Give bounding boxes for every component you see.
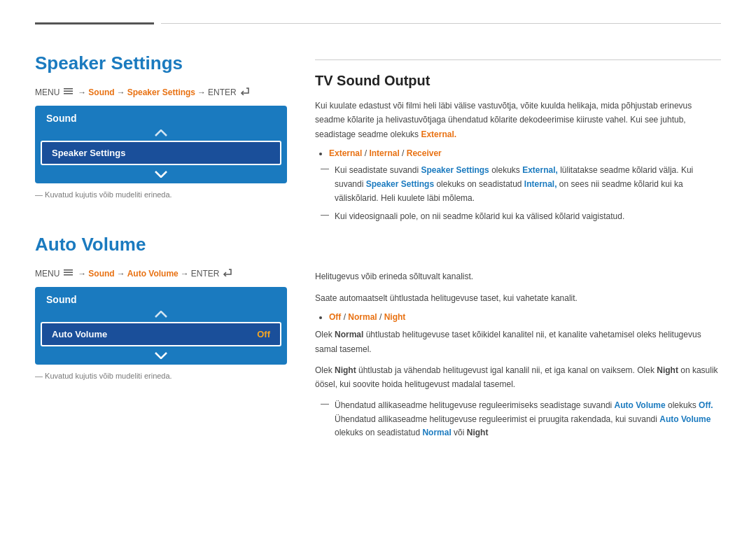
tv-sound-body1-highlight: External.: [421, 129, 456, 139]
auto-vol-para2: Olek Night ühtlustab ja vähendab helitug…: [315, 363, 721, 392]
auto-volume-title: Auto Volume: [35, 234, 287, 255]
bullet-receiver: Receiver: [407, 148, 442, 158]
bullet-night: Night: [384, 312, 406, 322]
tv-sound-note1: — Kui seadistate suvandi Speaker Setting…: [315, 164, 721, 205]
left-column: Speaker Settings MENU → Sound → Speaker …: [35, 52, 287, 534]
note-dash1-line: —: [321, 164, 329, 205]
auto-vol-bold5: Night: [467, 428, 489, 437]
note-dash2-text: Kui videosignaali pole, on nii seadme kõ…: [335, 210, 624, 224]
panel1-item-label: Speaker Settings: [52, 148, 126, 158]
menu-icon-speaker: [64, 87, 74, 97]
bullet-sep2: /: [402, 148, 407, 158]
svg-rect-2: [64, 93, 73, 94]
auto-volume-right-section: Helitugevus võib erineda sõltuvalt kanal…: [315, 269, 721, 440]
panel1-header: Sound: [35, 106, 287, 128]
enter-icon2: [223, 268, 232, 279]
auto-vol-para1: Olek Normal ühtlustab helitugevuse taset…: [315, 328, 721, 356]
tv-sound-body1: Kui kuulate edastust või filmi heli läbi…: [315, 99, 721, 141]
section-spacer1: [35, 199, 287, 234]
auto-volume-note: — Kuvatud kujutis võib mudeliti erineda.: [35, 372, 287, 380]
enter-icon1: [240, 87, 250, 97]
speaker-settings-note: — Kuvatud kujutis võib mudeliti erineda.: [35, 190, 287, 199]
note1-bold4: Internal,: [524, 179, 557, 189]
auto-vol-note-text: Ühendatud allikaseadme helitugevuse regu…: [335, 399, 721, 440]
arrow-sep6: →: [181, 269, 189, 279]
panel2-item-value: Off: [257, 329, 270, 339]
para2-night1: Night: [335, 365, 356, 375]
panel2-item[interactable]: Auto Volume Off: [41, 322, 281, 346]
svg-rect-4: [64, 272, 73, 273]
menu-icon-auto: [64, 269, 74, 279]
note1-bold1: Speaker Settings: [421, 165, 489, 175]
auto-vol-note-dash: —: [321, 399, 329, 440]
breadcrumb-enter2: ENTER: [191, 269, 220, 279]
speaker-settings-breadcrumb: MENU → Sound → Speaker Settings → ENTER: [35, 87, 287, 97]
bullet-external: External: [329, 148, 362, 158]
bullet-off: Off: [329, 312, 341, 322]
note-dash2-line: —: [321, 210, 329, 224]
arrow-sep1: →: [78, 87, 86, 97]
arrow-sep4: →: [78, 269, 86, 279]
auto-vol-body2: Saate automaatselt ühtlustada helitugevu…: [315, 291, 721, 305]
auto-vol-body1: Helitugevus võib erineda sõltuvalt kanal…: [315, 269, 721, 283]
tv-sound-bullet-list: External / Internal / Receiver: [329, 148, 721, 158]
speaker-settings-title: Speaker Settings: [35, 52, 287, 74]
breadcrumb-speaker-settings: Speaker Settings: [127, 87, 195, 97]
bullet-item-external-internal: External / Internal / Receiver: [329, 148, 721, 158]
auto-volume-panel: Sound Auto Volume Off: [35, 287, 287, 365]
menu-label2: MENU: [35, 269, 59, 279]
tv-sound-output-section: TV Sound Output Kui kuulate edastust või…: [315, 73, 721, 223]
bullet-item-off-normal: Off / Normal / Night: [329, 312, 721, 322]
note1-bold2: External,: [522, 165, 558, 175]
para2-night2: Night: [657, 365, 678, 375]
panel1-arrow-up: [35, 128, 287, 138]
auto-volume-section: Auto Volume MENU → Sound → Auto Volume →…: [35, 234, 287, 380]
auto-vol-bold4: Normal: [422, 428, 451, 437]
auto-volume-breadcrumb: MENU → Sound → Auto Volume → ENTER: [35, 268, 287, 279]
menu-label: MENU: [35, 87, 59, 97]
bullet-normal: Normal: [348, 312, 377, 322]
breadcrumb-enter1: ENTER: [208, 87, 237, 97]
auto-vol-note: — Ühendatud allikaseadme helitugevuse re…: [315, 399, 721, 440]
para1-normal: Normal: [335, 330, 363, 339]
panel2-header: Sound: [35, 287, 287, 309]
breadcrumb-auto-volume: Auto Volume: [127, 269, 178, 279]
panel2-arrow-up: [35, 309, 287, 319]
panel2-arrow-down: [35, 349, 287, 365]
auto-vol-bold1: Auto Volume: [615, 400, 666, 410]
svg-rect-5: [64, 274, 73, 276]
svg-rect-0: [64, 88, 73, 90]
tv-sound-body1-text: Kui kuulate edastust või filmi heli läbi…: [315, 101, 692, 139]
bullet-internal: Internal: [369, 148, 399, 158]
note1-bold3: Speaker Settings: [366, 179, 434, 189]
panel2-item-label: Auto Volume: [52, 329, 107, 339]
right-top-divider: [315, 59, 721, 60]
svg-rect-3: [64, 269, 73, 271]
speaker-settings-panel: Sound Speaker Settings: [35, 106, 287, 183]
header-line-left: [35, 22, 154, 24]
auto-vol-bold3: Auto Volume: [659, 414, 710, 424]
header-line-right: [161, 23, 721, 24]
speaker-settings-section: Speaker Settings MENU → Sound → Speaker …: [35, 52, 287, 199]
panel1-item[interactable]: Speaker Settings: [41, 141, 281, 165]
breadcrumb-sound1: Sound: [88, 87, 114, 97]
note-dash1-text: Kui seadistate suvandi Speaker Settings …: [335, 164, 721, 205]
right-section-spacer: [315, 227, 721, 269]
right-column: TV Sound Output Kui kuulate edastust või…: [315, 52, 721, 534]
tv-sound-note2: — Kui videosignaali pole, on nii seadme …: [315, 210, 721, 224]
auto-vol-bold2: Off.: [699, 400, 713, 410]
tv-sound-output-title: TV Sound Output: [315, 73, 721, 89]
breadcrumb-sound2: Sound: [88, 269, 114, 279]
svg-rect-1: [64, 90, 73, 92]
arrow-sep2: →: [117, 87, 125, 97]
panel1-arrow-down: [35, 168, 287, 183]
arrow-sep5: →: [117, 269, 125, 279]
auto-vol-bullet-list: Off / Normal / Night: [329, 312, 721, 322]
arrow-sep3: →: [197, 87, 206, 97]
bullet-sep4: /: [379, 312, 384, 322]
